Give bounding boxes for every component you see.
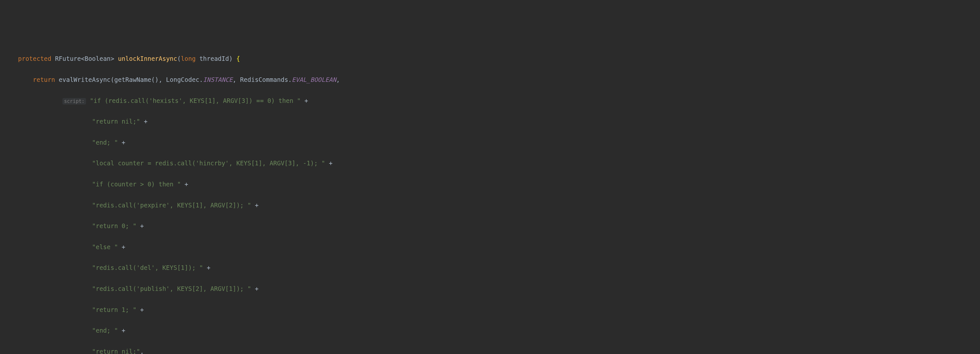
- plus-op: +: [140, 118, 148, 125]
- string-literal: "end; ": [92, 139, 118, 146]
- code-block: protected RFuture<Boolean> unlockInnerAs…: [0, 43, 980, 354]
- plus-op: +: [137, 222, 144, 230]
- plus-op: +: [118, 139, 126, 146]
- string-literal: "redis.call('del', KEYS[1]); ": [92, 264, 203, 271]
- plus-op: +: [301, 97, 308, 104]
- string-literal: "local counter = redis.call('hincrby', K…: [92, 159, 325, 167]
- keyword-protected: protected: [18, 55, 51, 62]
- const-instance: INSTANCE: [203, 76, 233, 83]
- string-literal: "end; ": [92, 327, 118, 334]
- code-line: "return nil;" +: [0, 116, 980, 126]
- string-literal: "return nil;": [92, 118, 140, 125]
- code-line: "end; " +: [0, 137, 980, 148]
- code-line: "if (counter > 0) then " +: [0, 179, 980, 189]
- string-literal: "redis.call('pexpire', KEYS[1], ARGV[2])…: [92, 202, 251, 209]
- plus-op: +: [325, 159, 332, 167]
- type-rfuture: RFuture: [55, 55, 81, 62]
- string-literal: "else ": [92, 243, 118, 250]
- method-name: unlockInnerAsync: [118, 55, 177, 62]
- code-line: "redis.call('pexpire', KEYS[1], ARGV[2])…: [0, 200, 980, 210]
- const-evalboolean: EVAL_BOOLEAN: [292, 76, 336, 83]
- string-literal: "if (counter > 0) then ": [92, 180, 181, 188]
- plus-op: +: [118, 243, 126, 250]
- code-line: "return 1; " +: [0, 305, 980, 315]
- comma: ,: [140, 348, 143, 354]
- code-line: "local counter = redis.call('hincrby', K…: [0, 158, 980, 168]
- code-line: "redis.call('del', KEYS[1]); " +: [0, 262, 980, 273]
- string-literal: "redis.call('publish', KEYS[2], ARGV[1])…: [92, 285, 251, 292]
- string-literal: "return 1; ": [92, 306, 137, 313]
- code-line: "return nil;",: [0, 346, 980, 354]
- plus-op: +: [181, 180, 188, 188]
- keyword-return: return: [33, 76, 55, 83]
- code-line: return evalWriteAsync(getRawName(), Long…: [0, 75, 980, 85]
- string-literal: "return nil;": [92, 348, 140, 354]
- plus-op: +: [251, 285, 258, 292]
- open-brace: {: [236, 55, 240, 62]
- plus-op: +: [203, 264, 210, 271]
- code-line: "redis.call('publish', KEYS[2], ARGV[1])…: [0, 284, 980, 294]
- code-line: script: "if (redis.call('hexists', KEYS[…: [0, 96, 980, 106]
- string-literal: "return 0; ": [92, 222, 137, 230]
- code-line: "end; " +: [0, 325, 980, 336]
- inlay-hint-script: script:: [62, 98, 86, 105]
- keyword-long: long: [181, 55, 196, 62]
- type-boolean: Boolean: [85, 55, 111, 62]
- plus-op: +: [137, 306, 144, 313]
- code-line: "else " +: [0, 242, 980, 252]
- string-literal: "if (redis.call('hexists', KEYS[1], ARGV…: [90, 97, 301, 104]
- call-evalwriteasync: evalWriteAsync: [59, 76, 111, 83]
- plus-op: +: [118, 327, 126, 334]
- code-line: protected RFuture<Boolean> unlockInnerAs…: [0, 53, 980, 64]
- code-line: "return 0; " +: [0, 221, 980, 231]
- plus-op: +: [251, 202, 258, 209]
- param-threadid: threadId: [199, 55, 229, 62]
